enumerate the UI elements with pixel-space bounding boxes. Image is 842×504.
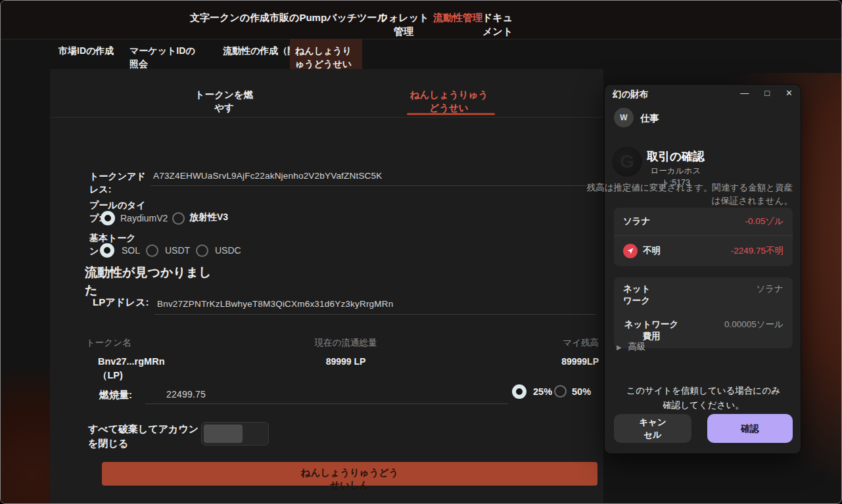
subtab-burn-token[interactable]: トークンを燃やす bbox=[194, 88, 254, 114]
table-header-balance: マイ残高 bbox=[500, 337, 599, 349]
radio-base-usdc-label[interactable]: USDC bbox=[215, 245, 241, 256]
account-avatar[interactable]: W bbox=[614, 108, 634, 127]
close-account-label: すべて破棄してアカウントを閉じる bbox=[88, 422, 209, 451]
tab-market-id-create[interactable]: 市場IDの作成 bbox=[58, 44, 114, 57]
radio-percent-25-selected[interactable] bbox=[512, 384, 526, 399]
minimize-icon[interactable]: — bbox=[740, 88, 749, 98]
unknown-token-label: 不明 bbox=[643, 245, 661, 257]
tab-market-id-query[interactable]: マーケットIDの照会 bbox=[129, 44, 202, 70]
amounts-card: ソラナ -0.05ゾル 不明 -2249.75不明 bbox=[614, 208, 793, 266]
trust-note-text: このサイトを信頼している場合にのみ確認してください。 bbox=[624, 384, 782, 412]
network-card: ネットワーク ソラナ ネットワーク費用 0.00005ソール bbox=[614, 277, 793, 348]
lp-address-input[interactable]: Bnv27ZPNTrKzLBwhyeT8M3QiCXm6x31d6Yz3kyRr… bbox=[157, 299, 393, 309]
radio-percent-25-label[interactable]: 25% bbox=[533, 386, 552, 397]
advanced-expander[interactable]: ▶ 高級 bbox=[617, 341, 645, 353]
network-row: ネットワーク ソラナ bbox=[614, 277, 793, 313]
tab-burn-liquidity-active[interactable]: ねんしょうりゅうどうせい bbox=[290, 39, 362, 69]
app-title: 文字ークンの作成市販のPumpバッチツール bbox=[190, 11, 387, 24]
table-cell-supply: 89999 LP bbox=[247, 355, 444, 369]
nav-item-docs[interactable]: ドキュメント bbox=[480, 11, 515, 38]
network-fee-value: 0.00005ソール bbox=[724, 319, 784, 331]
cancel-button-label: キャンセル bbox=[637, 416, 668, 441]
active-subtab-underline bbox=[407, 113, 495, 115]
cancel-button[interactable]: キャンセル bbox=[614, 414, 691, 443]
token-address-label: トークンアドレス: bbox=[89, 170, 149, 196]
panel-divider bbox=[50, 117, 603, 118]
network-label: ネットワーク bbox=[623, 283, 652, 307]
liquidity-found-text: 流動性が見つかりました bbox=[85, 263, 216, 299]
radio-percent-50-label[interactable]: 50% bbox=[572, 386, 591, 397]
advanced-label: 高級 bbox=[628, 342, 645, 352]
sol-amount-row: ソラナ -0.05ゾル bbox=[614, 208, 793, 235]
radio-base-usdc[interactable] bbox=[196, 244, 208, 257]
chevron-right-icon: ▶ bbox=[617, 344, 622, 351]
burn-liquidity-submit-label: ねんしょうりゅうどうせいしん bbox=[300, 467, 400, 492]
burn-amount-underline bbox=[145, 403, 508, 404]
radio-pool-v3[interactable] bbox=[172, 212, 185, 225]
lp-address-label: LPアドレス: bbox=[93, 296, 151, 309]
tab-burn-liquidity-label: ねんしょうりゅうどうせい bbox=[295, 44, 361, 70]
burn-liquidity-submit-button[interactable]: ねんしょうりゅうどうせいしん bbox=[102, 462, 597, 486]
top-nav: 文字ークンの作成市販のPumpバッチツール ウォレット管理 流動性管理 ドキュメ… bbox=[1, 1, 841, 39]
radio-base-usdt[interactable] bbox=[146, 244, 158, 257]
radio-base-sol-label[interactable]: SOL bbox=[122, 245, 140, 256]
window-controls: — □ ✕ bbox=[740, 88, 793, 98]
radio-pool-raydium-v2-label[interactable]: RaydiumV2 bbox=[120, 213, 168, 223]
site-logo-glyph: G bbox=[620, 151, 634, 172]
site-logo-icon: G bbox=[611, 146, 643, 177]
balance-warning-text: 残高は推定値に変更されます。関連する金額と資産は保証されません。 bbox=[584, 181, 793, 207]
radio-pool-v3-label[interactable]: 放射性V3 bbox=[189, 212, 228, 223]
burn-amount-label: 燃焼量: bbox=[99, 388, 132, 401]
radio-base-usdt-label[interactable]: USDT bbox=[165, 245, 190, 256]
radio-pool-raydium-v2-selected[interactable] bbox=[101, 211, 115, 225]
lp-address-underline bbox=[154, 314, 596, 315]
token-address-underline bbox=[151, 185, 596, 186]
nav-item-liquidity[interactable]: 流動性管理 bbox=[433, 11, 482, 24]
subtab-burn-liquidity-active[interactable]: ねんしょうりゅうどうせい bbox=[409, 88, 488, 114]
network-value: ソラナ bbox=[757, 283, 784, 295]
token-address-input[interactable]: A73Z4EHWUaSrvL9AjFc22akNjenho2V2bYVafZNt… bbox=[153, 171, 382, 181]
maximize-icon[interactable]: □ bbox=[764, 88, 770, 98]
wallet-popup: 幻の財布 — □ ✕ W 仕事 G 取引の確認 ローカルホスト:5173 残高は… bbox=[604, 84, 801, 454]
radio-percent-50[interactable] bbox=[554, 385, 567, 398]
table-header-token-name: トークン名 bbox=[86, 337, 131, 349]
table-cell-balance: 89999LP bbox=[500, 355, 599, 369]
nav-item-wallet[interactable]: ウォレット管理 bbox=[378, 11, 429, 38]
sol-label: ソラナ bbox=[623, 216, 650, 227]
send-icon bbox=[623, 244, 638, 258]
network-fee-label: ネットワーク費用 bbox=[623, 319, 680, 342]
close-icon[interactable]: ✕ bbox=[785, 88, 793, 98]
sol-amount: -0.05ゾル bbox=[745, 216, 784, 227]
burn-amount-input[interactable]: 22499.75 bbox=[166, 389, 206, 400]
account-initial: W bbox=[620, 113, 627, 122]
account-name: 仕事 bbox=[640, 112, 659, 125]
toggle-knob bbox=[204, 424, 243, 443]
close-account-toggle[interactable] bbox=[201, 422, 269, 446]
transaction-confirm-heading: 取引の確認 bbox=[647, 149, 705, 164]
tab-bar: 市場IDの作成 マーケットIDの照会 流動性の作成（開発中） ねんしょうりゅうど… bbox=[1, 39, 841, 69]
radio-base-sol-selected[interactable] bbox=[100, 243, 114, 258]
wallet-window-title: 幻の財布 bbox=[613, 89, 648, 101]
unknown-token-row: 不明 -2249.75不明 bbox=[614, 236, 793, 266]
table-header-supply: 現在の流通総量 bbox=[247, 337, 444, 349]
confirm-button-label: 確認 bbox=[741, 423, 759, 434]
app-window: 文字ークンの作成市販のPumpバッチツール ウォレット管理 流動性管理 ドキュメ… bbox=[0, 0, 842, 504]
unknown-token-amount: -2249.75不明 bbox=[731, 245, 784, 257]
table-cell-token-name: Bnv27...rgMRn（LP) bbox=[98, 355, 182, 382]
confirm-button[interactable]: 確認 bbox=[707, 414, 793, 443]
